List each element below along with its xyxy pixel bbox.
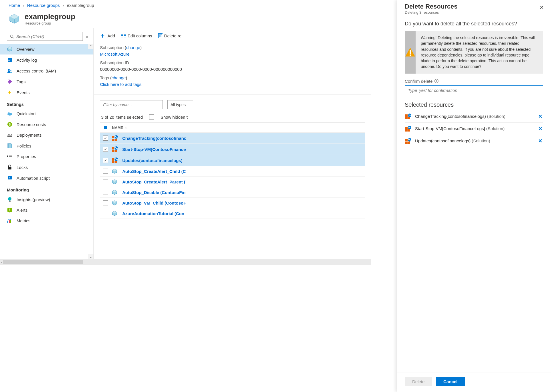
change-subscription-link[interactable]: change [126, 45, 140, 50]
selected-resource-row: Start-Stop-VM[ContosoFinanceLogs] (Solut… [405, 123, 543, 135]
sidebar-item-quickstart[interactable]: Quickstart [0, 108, 93, 119]
scroll-up-icon[interactable]: ⌃ [88, 44, 93, 49]
collapse-sidebar-icon[interactable]: « [85, 34, 89, 39]
warning-text: Warning! Deleting the selected resources… [416, 31, 543, 74]
svg-rect-25 [8, 144, 12, 148]
remove-resource-icon[interactable]: ✕ [538, 113, 542, 120]
remove-resource-icon[interactable]: ✕ [538, 126, 542, 132]
sidebar-item-events[interactable]: Events [0, 87, 93, 98]
horizontal-scrollbar[interactable]: ‹ [0, 259, 371, 265]
row-checkbox[interactable]: ✓ [103, 158, 108, 163]
resource-name-link[interactable]: AutoStop_CreateAlert_Parent ( [122, 179, 185, 184]
svg-rect-10 [8, 60, 10, 61]
remove-resource-icon[interactable]: ✕ [538, 138, 542, 144]
table-row[interactable]: AzureAutomationTutorial (Con [100, 208, 365, 219]
sidebar-item-tags[interactable]: Tags [0, 76, 93, 87]
sidebar-item-locks[interactable]: Locks [0, 162, 93, 173]
table-row[interactable]: AutoStop_CreateAlert_Parent ( [100, 177, 365, 187]
sidebar-item-resource-costs[interactable]: $Resource costs [0, 119, 93, 130]
sidebar-item-alerts[interactable]: !Alerts [0, 205, 93, 215]
svg-rect-22 [9, 134, 10, 135]
row-checkbox[interactable] [103, 200, 108, 205]
svg-rect-47 [124, 34, 126, 35]
svg-rect-48 [124, 35, 126, 36]
confirm-delete-input[interactable] [405, 85, 543, 95]
column-name[interactable]: NAME↑↓ [112, 126, 128, 130]
resource-type-icon [405, 138, 412, 144]
subscription-label: Subscription [100, 45, 124, 50]
sidebar-item-activity-log[interactable]: Activity log [0, 54, 93, 65]
svg-rect-31 [9, 158, 12, 158]
sidebar-item-deployments[interactable]: Deployments [0, 130, 93, 140]
table-row[interactable]: ✓ChangeTracking(contosofinanc [100, 133, 365, 144]
resource-name-link[interactable]: AutoStop_Disable (ContosoFin [122, 190, 186, 195]
type-filter-dropdown[interactable]: All types [167, 100, 193, 109]
sidebar-item-metrics[interactable]: Metrics [0, 215, 93, 226]
svg-rect-90 [408, 142, 410, 144]
add-tags-link[interactable]: Click here to add tags [100, 82, 141, 87]
row-checkbox[interactable] [103, 179, 108, 184]
resource-name-link[interactable]: AutoStop_CreateAlert_Child (C [122, 169, 186, 174]
svg-rect-28 [7, 156, 8, 157]
show-hidden-checkbox[interactable] [149, 114, 154, 120]
sidebar-item-access-control-iam-[interactable]: Access control (IAM) [0, 65, 93, 76]
page-title: examplegroup [25, 12, 75, 21]
change-tags-link[interactable]: change [112, 75, 126, 80]
search-icon [10, 35, 14, 39]
breadcrumb-resource-groups[interactable]: Resource groups [27, 3, 60, 8]
edit-columns-button[interactable]: Edit columns [121, 33, 152, 38]
resource-name-link[interactable]: AutoStop_VM_Child (ContosoF [122, 201, 186, 205]
row-checkbox[interactable] [103, 211, 108, 216]
row-checkbox[interactable] [103, 190, 108, 195]
svg-rect-51 [158, 33, 163, 34]
confirm-delete-label: Confirm delete i [405, 79, 543, 84]
resource-type-icon [405, 114, 412, 119]
resource-name-link[interactable]: ChangeTracking(contosofinanc [122, 136, 186, 141]
delete-rg-button[interactable]: Delete re [158, 33, 182, 38]
edit-columns-label: Edit columns [128, 33, 152, 38]
columns-icon [121, 34, 126, 38]
svg-rect-61 [115, 150, 117, 152]
tags-label: Tags [100, 75, 109, 80]
row-checkbox[interactable]: ✓ [103, 136, 108, 141]
table-row[interactable]: AutoStop_Disable (ContosoFin [100, 187, 365, 198]
select-all-checkbox[interactable] [103, 125, 108, 130]
sidebar-item-automation-script[interactable]: Automation script [0, 173, 93, 183]
selected-resource-name: Start-Stop-VM[ContosoFinanceLogs] (Solut… [415, 126, 535, 131]
toolbar: ＋ Add Edit columns Delete re [94, 28, 371, 43]
row-checkbox[interactable] [103, 169, 108, 174]
sidebar-item-label: Access control (IAM) [17, 68, 56, 73]
filter-by-name-input[interactable] [100, 100, 163, 109]
info-icon[interactable]: i [434, 79, 438, 83]
lock-icon [7, 165, 13, 170]
resource-name-link[interactable]: AzureAutomationTutorial (Con [122, 211, 184, 216]
resource-name-link[interactable]: Start-Stop-VM[ContosoFinance [122, 147, 186, 152]
breadcrumb-current: examplegroup [67, 3, 94, 8]
sidebar-item-overview[interactable]: Overview [0, 44, 93, 54]
scroll-down-icon[interactable]: ⌄ [88, 254, 93, 259]
row-checkbox[interactable]: ✓ [103, 147, 108, 152]
sidebar-item-insights-preview-[interactable]: Insights (preview) [0, 194, 93, 205]
sidebar-search[interactable] [7, 32, 83, 41]
add-button[interactable]: ＋ Add [99, 31, 115, 40]
svg-rect-30 [7, 158, 8, 158]
panel-title: Delete Resources [405, 3, 458, 10]
svg-rect-42 [9, 220, 10, 223]
breadcrumb-home[interactable]: Home [9, 3, 20, 8]
svg-rect-21 [8, 134, 9, 135]
table-row[interactable]: ✓Start-Stop-VM[ContosoFinance [100, 144, 365, 155]
sidebar-item-policies[interactable]: Policies [0, 140, 93, 151]
svg-rect-41 [7, 221, 8, 223]
svg-rect-44 [121, 34, 123, 35]
close-panel-icon[interactable]: ✕ [538, 3, 545, 12]
table-row[interactable]: ✓Updates(contosofinancelogs) [100, 155, 365, 166]
search-input[interactable] [16, 34, 80, 39]
sidebar-item-properties[interactable]: Properties [0, 151, 93, 162]
svg-rect-81 [405, 117, 408, 119]
sidebar-item-label: Deployments [17, 133, 42, 138]
subscription-value[interactable]: Microsoft Azure [100, 52, 129, 56]
table-row[interactable]: AutoStop_VM_Child (ContosoF [100, 198, 365, 208]
table-row[interactable]: AutoStop_CreateAlert_Child (C [100, 166, 365, 177]
svg-rect-56 [112, 139, 114, 141]
resource-name-link[interactable]: Updates(contosofinancelogs) [122, 158, 183, 163]
